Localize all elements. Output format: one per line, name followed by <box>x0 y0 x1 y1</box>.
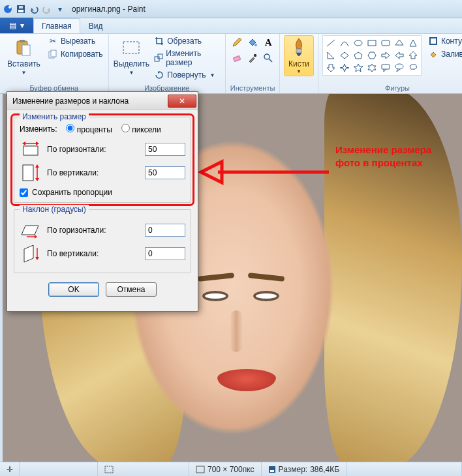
close-button[interactable]: ✕ <box>168 95 196 108</box>
tab-view[interactable]: Вид <box>80 18 112 33</box>
resize-h-label: По горизонтали: <box>47 145 140 154</box>
zoom-tool[interactable] <box>261 51 275 65</box>
resize-v-input[interactable] <box>145 166 185 179</box>
shape-arrow-l[interactable] <box>393 50 406 61</box>
skew-v-input[interactable] <box>145 247 185 260</box>
resize-fieldset: Изменить размер Изменить: проценты пиксе… <box>14 117 191 203</box>
outline-icon <box>428 36 439 46</box>
shape-diamond[interactable] <box>338 50 351 61</box>
select-button[interactable]: Выделить ▼ <box>113 35 151 78</box>
shape-arrow-r[interactable] <box>379 50 392 61</box>
aspect-checkbox[interactable] <box>20 188 28 197</box>
resize-h-input[interactable] <box>145 143 185 156</box>
shape-arrow-d[interactable] <box>324 62 337 74</box>
shape-hexagon[interactable] <box>365 50 378 61</box>
title-bar: ▾ оригинал.png - Paint <box>0 0 462 18</box>
group-brushes: Кисти ▼ <box>280 34 318 93</box>
resize-v-label: По вертикали: <box>47 168 140 177</box>
ok-button[interactable]: OK <box>48 282 99 297</box>
copy-button[interactable]: Копировать <box>46 48 104 60</box>
svg-rect-41 <box>23 165 33 181</box>
shape-callout-cloud[interactable] <box>407 62 420 74</box>
shape-rect[interactable] <box>365 37 378 49</box>
shape-star4[interactable] <box>338 62 351 74</box>
tab-main[interactable]: Главная <box>33 18 80 33</box>
svg-point-15 <box>254 54 256 57</box>
cursor-icon: ✛ <box>7 465 13 474</box>
disk-icon <box>268 466 276 473</box>
shape-callout-oval[interactable] <box>393 62 406 74</box>
svg-marker-27 <box>354 52 362 59</box>
resize-icon <box>154 53 163 63</box>
chevron-down-icon: ▾ <box>20 21 24 30</box>
outline-button[interactable]: Контур <box>427 35 462 47</box>
shape-curve[interactable] <box>338 37 351 49</box>
picker-tool[interactable] <box>245 51 260 65</box>
shape-callout-rect[interactable] <box>379 62 392 74</box>
svg-rect-10 <box>123 42 139 53</box>
radio-pixels-input[interactable] <box>121 124 130 132</box>
svg-marker-50 <box>35 257 39 260</box>
ribbon-tab-strip: ▤▾ Главная Вид <box>0 18 462 34</box>
cut-button[interactable]: ✂Вырезать <box>46 35 104 47</box>
redo-icon[interactable] <box>42 4 52 14</box>
skew-legend: Наклон (градусы) <box>20 205 89 214</box>
svg-rect-3 <box>18 10 23 12</box>
resize-button[interactable]: Изменить размер <box>153 48 221 68</box>
brushes-button[interactable]: Кисти ▼ <box>284 35 314 76</box>
svg-marker-43 <box>35 164 39 168</box>
fill-button[interactable]: Заливка <box>427 48 462 60</box>
skew-h-input[interactable] <box>145 224 185 237</box>
chevron-down-icon: ▼ <box>209 72 215 78</box>
shape-star5[interactable] <box>352 62 365 74</box>
radio-pixels[interactable]: пиксели <box>121 124 161 134</box>
fill-icon <box>428 49 439 59</box>
svg-rect-32 <box>382 65 390 69</box>
undo-icon[interactable] <box>29 4 39 14</box>
group-label-shapes: Фигуры <box>322 83 462 93</box>
ribbon: Вставить ▼ ✂Вырезать Копировать Буфер об… <box>0 34 462 94</box>
crop-button[interactable]: Обрезать <box>153 35 221 47</box>
pencil-tool[interactable] <box>230 35 244 50</box>
shape-triangle[interactable] <box>407 37 420 49</box>
shape-line[interactable] <box>324 37 337 49</box>
chevron-down-icon: ▼ <box>21 70 26 76</box>
shape-arrow-u[interactable] <box>407 50 420 61</box>
shape-polygon[interactable] <box>393 37 406 49</box>
shape-rtriangle[interactable] <box>324 50 337 61</box>
paste-button[interactable]: Вставить ▼ <box>4 35 44 78</box>
svg-rect-54 <box>270 470 274 472</box>
file-tab[interactable]: ▤▾ <box>0 18 33 33</box>
eraser-tool[interactable] <box>230 51 244 65</box>
dialog-title-bar[interactable]: Изменение размеров и наклона ✕ <box>7 92 198 110</box>
cancel-button[interactable]: Отмена <box>106 282 157 297</box>
svg-rect-52 <box>196 466 204 473</box>
qat-dropdown-icon[interactable]: ▾ <box>55 4 65 14</box>
status-spacer <box>346 462 462 476</box>
fill-tool[interactable] <box>245 35 260 50</box>
resize-legend: Изменить размер <box>20 112 89 121</box>
annotation-arrow <box>198 156 335 188</box>
svg-point-13 <box>254 44 257 46</box>
shape-star6[interactable] <box>365 62 378 74</box>
shape-pentagon[interactable] <box>352 50 365 61</box>
chevron-down-icon: ▼ <box>129 70 134 76</box>
shapes-gallery[interactable] <box>322 35 422 76</box>
svg-rect-14 <box>233 55 240 61</box>
crop-icon <box>154 36 164 46</box>
save-icon[interactable] <box>16 4 26 14</box>
shape-roundrect[interactable] <box>379 37 392 49</box>
brush-icon <box>289 37 309 59</box>
rotate-button[interactable]: Повернуть▼ <box>153 69 221 81</box>
radio-percent-input[interactable] <box>66 124 74 132</box>
svg-marker-47 <box>35 235 37 239</box>
svg-marker-31 <box>368 64 376 72</box>
dimensions-icon <box>196 466 205 473</box>
copy-icon <box>48 49 58 59</box>
text-tool[interactable]: A <box>261 35 275 50</box>
paste-icon <box>13 37 34 58</box>
shape-oval[interactable] <box>352 37 365 49</box>
status-cursor: ✛ <box>0 462 20 476</box>
radio-percent[interactable]: проценты <box>66 124 112 134</box>
svg-rect-9 <box>51 50 56 57</box>
